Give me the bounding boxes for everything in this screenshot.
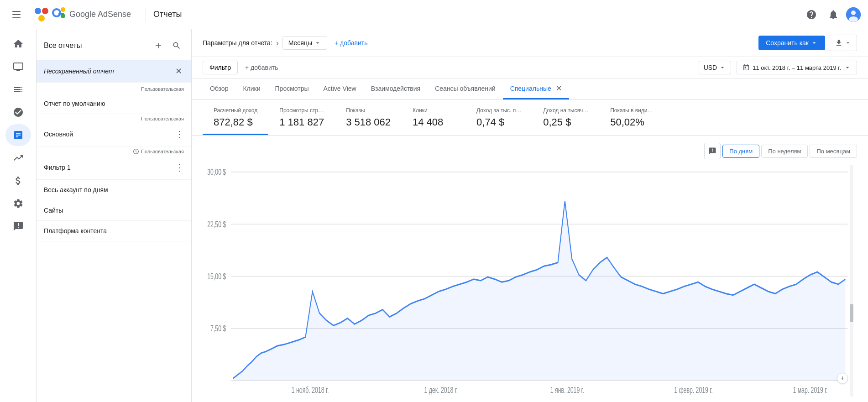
- svg-text:1 мар. 2019 г.: 1 мар. 2019 г.: [793, 385, 827, 394]
- close-tab-icon[interactable]: ✕: [556, 84, 562, 92]
- tab-kliki[interactable]: Клики: [235, 79, 267, 99]
- chart-wrapper: 30,00 $ 22,50 $ 15,00 $ 7,50 $ 1 нояб. 2…: [203, 165, 857, 397]
- metric-rpm-page-value: 0,74 $: [476, 116, 521, 128]
- svg-point-0: [35, 8, 41, 14]
- sidebar-item-block[interactable]: [5, 101, 31, 123]
- date-range-picker[interactable]: 11 окт. 2018 г. – 11 марта 2019 г.: [737, 61, 857, 74]
- close-report-button[interactable]: ✕: [173, 66, 184, 77]
- chevron-down-icon: [314, 39, 321, 47]
- menu-button[interactable]: [7, 5, 26, 24]
- report-item-osnovnoy[interactable]: Основной ⋮: [37, 122, 191, 146]
- period-label: Месяцы: [288, 39, 312, 47]
- bell-icon: [828, 9, 839, 20]
- report-item-all-days[interactable]: Весь аккаунт по дням: [37, 180, 191, 200]
- adsense-logo-icon: [50, 6, 67, 23]
- filter-right: USD 11 окт. 2018 г. – 11 марта 2019 г.: [699, 61, 857, 74]
- metric-rpm-imp-label: Доход на тысяч…: [543, 107, 588, 114]
- add-icon: [154, 41, 163, 50]
- sidebar-item-settings[interactable]: [5, 193, 31, 214]
- default-report-item[interactable]: Отчет по умолчанию: [37, 94, 191, 114]
- metric-revenue-label: Расчетный доход: [214, 107, 257, 114]
- add-filter-button[interactable]: + добавить: [241, 61, 699, 74]
- tab-vzaimodeystviya[interactable]: Взаимодействия: [364, 79, 428, 99]
- params-label: Параметры для отчета:: [203, 39, 272, 47]
- notifications-button[interactable]: [824, 5, 842, 24]
- metric-clicks[interactable]: Клики 14 408: [402, 100, 465, 135]
- metric-pageviews[interactable]: Просмотры стр… 1 181 827: [268, 100, 335, 135]
- tab-seansy[interactable]: Сеансы объявлений: [428, 79, 502, 99]
- report-item-filtr1[interactable]: Фильтр 1 ⋮: [37, 156, 191, 180]
- add-param-button[interactable]: + добавить: [331, 37, 371, 49]
- svg-text:1 нояб. 2018 г.: 1 нояб. 2018 г.: [292, 385, 329, 394]
- google-g-icon: [33, 6, 50, 23]
- avatar[interactable]: [846, 7, 861, 22]
- sidebar-item-charts[interactable]: [5, 124, 31, 146]
- tab-prosmotry[interactable]: Просмотры: [268, 79, 316, 99]
- more-options-icon[interactable]: ⋮: [175, 129, 184, 140]
- metric-rpm-imp[interactable]: Доход на тысяч… 0,25 $: [532, 100, 599, 135]
- view-by-days-button[interactable]: По дням: [722, 145, 759, 158]
- annotation-button[interactable]: [704, 143, 721, 159]
- tab-active-view[interactable]: Active View: [316, 79, 364, 99]
- svg-point-5: [61, 7, 65, 12]
- toolbar-right: Сохранить как: [758, 35, 857, 51]
- sidebar: [0, 29, 37, 402]
- tab-spetsialnye[interactable]: Специальные ✕: [503, 78, 569, 99]
- report-item-content[interactable]: Платформа контента: [37, 221, 191, 241]
- chevron-right-icon: ›: [276, 38, 279, 48]
- active-report-item[interactable]: Несохраненный отчет ✕: [37, 60, 191, 83]
- tabs-bar: Обзор Клики Просмотры Active View Взаимо…: [192, 78, 868, 100]
- sidebar-item-feedback[interactable]: [5, 215, 31, 237]
- metric-viewability[interactable]: Показы в види… 50,02%: [599, 100, 664, 135]
- svg-text:1 янв. 2019 г.: 1 янв. 2019 г.: [550, 385, 584, 394]
- user-avatar-icon: [846, 7, 861, 22]
- date-chevron-icon: [844, 64, 851, 71]
- chart-controls: По дням По неделям По месяцам: [203, 143, 857, 159]
- save-as-button[interactable]: Сохранить как: [758, 36, 825, 50]
- left-panel: Все отчеты Несохраненный отчет ✕ Пользов…: [37, 29, 192, 402]
- add-param-label: + добавить: [335, 39, 367, 47]
- main-layout: Все отчеты Несохраненный отчет ✕ Пользов…: [0, 29, 868, 402]
- metric-viewability-label: Показы в види…: [610, 107, 653, 114]
- more-options-icon-2[interactable]: ⋮: [175, 162, 184, 173]
- currency-label: USD: [704, 64, 717, 71]
- filter-bar: Фильтр + добавить USD 11 окт. 2018 г. – …: [192, 57, 868, 78]
- search-icon: [172, 41, 181, 50]
- all-reports-title: Все отчеты: [44, 42, 82, 50]
- sidebar-item-trends[interactable]: [5, 147, 31, 169]
- period-dropdown[interactable]: Месяцы: [282, 36, 327, 50]
- revenue-chart: 30,00 $ 22,50 $ 15,00 $ 7,50 $ 1 нояб. 2…: [203, 165, 857, 397]
- search-reports-button[interactable]: [169, 38, 184, 53]
- toolbar: Параметры для отчета: › Месяцы + добавит…: [192, 29, 868, 57]
- help-button[interactable]: [802, 5, 821, 24]
- metric-impressions[interactable]: Показы 3 518 062: [335, 100, 402, 135]
- download-icon: [835, 39, 843, 47]
- metric-clicks-value: 14 408: [413, 116, 455, 128]
- tab-obzor[interactable]: Обзор: [203, 79, 235, 99]
- chart-scrollbar-thumb[interactable]: [850, 304, 853, 322]
- sidebar-item-home[interactable]: [5, 33, 31, 55]
- svg-text:1 дек. 2018 г.: 1 дек. 2018 г.: [424, 385, 458, 394]
- metric-revenue[interactable]: Расчетный доход 872,82 $: [203, 100, 268, 135]
- metric-clicks-label: Клики: [413, 107, 455, 114]
- svg-point-6: [61, 14, 65, 18]
- svg-point-9: [849, 16, 858, 22]
- content-area: Параметры для отчета: › Месяцы + добавит…: [192, 29, 868, 402]
- add-report-button[interactable]: [151, 38, 166, 53]
- filter-button[interactable]: Фильтр: [203, 61, 238, 74]
- sidebar-item-monitor[interactable]: [5, 56, 31, 78]
- sidebar-item-earnings[interactable]: [5, 170, 31, 192]
- view-by-months-button[interactable]: По месяцам: [810, 145, 857, 158]
- metric-rpm-page[interactable]: Доход за тыс. п… 0,74 $: [465, 100, 532, 135]
- report-item-sites[interactable]: Сайты: [37, 200, 191, 221]
- sidebar-item-table[interactable]: [5, 78, 31, 100]
- download-button[interactable]: [829, 35, 857, 51]
- header-actions: [802, 5, 861, 24]
- zoom-in-button[interactable]: +: [837, 373, 848, 384]
- view-by-weeks-button[interactable]: По неделям: [761, 145, 808, 158]
- currency-dropdown[interactable]: USD: [699, 61, 732, 74]
- calendar-icon: [743, 64, 750, 71]
- filter-label: Фильтр: [209, 64, 231, 71]
- svg-text:1 февр. 2019 г.: 1 февр. 2019 г.: [674, 385, 712, 394]
- active-report-label: Несохраненный отчет: [44, 68, 114, 75]
